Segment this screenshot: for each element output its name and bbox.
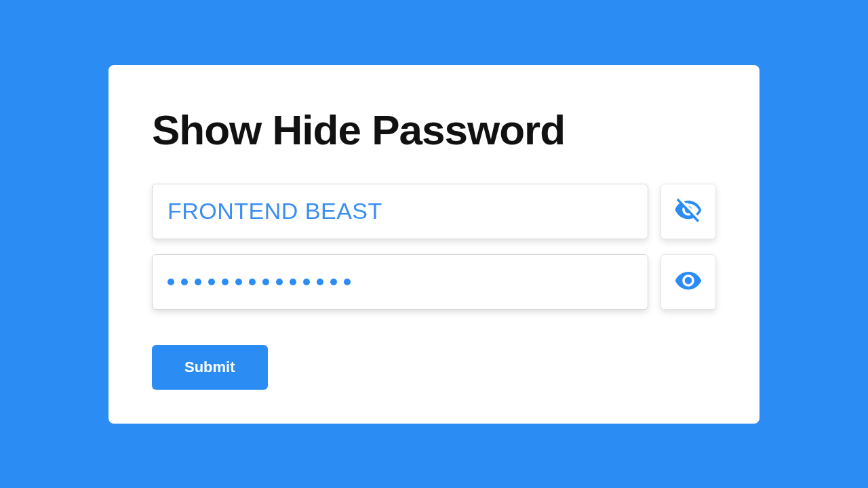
page-title: Show Hide Password [152,106,716,154]
password-dot [167,279,174,285]
submit-button[interactable]: Submit [152,345,268,390]
form-card: Show Hide Password Submit [108,65,760,424]
show-password-button[interactable] [660,254,716,310]
password-dot [317,279,323,285]
password-dot [262,279,269,285]
password-dot [290,279,296,285]
password-dot [330,279,337,285]
password-dot [303,279,310,285]
eye-slash-icon [674,196,703,226]
password-dot [276,279,283,285]
password-dot [195,279,201,285]
password-dot [181,279,188,285]
password-dot [249,279,256,285]
password-input[interactable] [152,254,648,310]
password-row [152,254,716,310]
hide-password-button[interactable] [660,184,716,239]
eye-icon [674,266,703,297]
password-dot [222,279,229,285]
password-dot [235,279,242,285]
password-dot [208,279,215,285]
text-row [152,184,716,239]
password-dot [344,279,351,285]
text-input[interactable] [152,184,648,239]
